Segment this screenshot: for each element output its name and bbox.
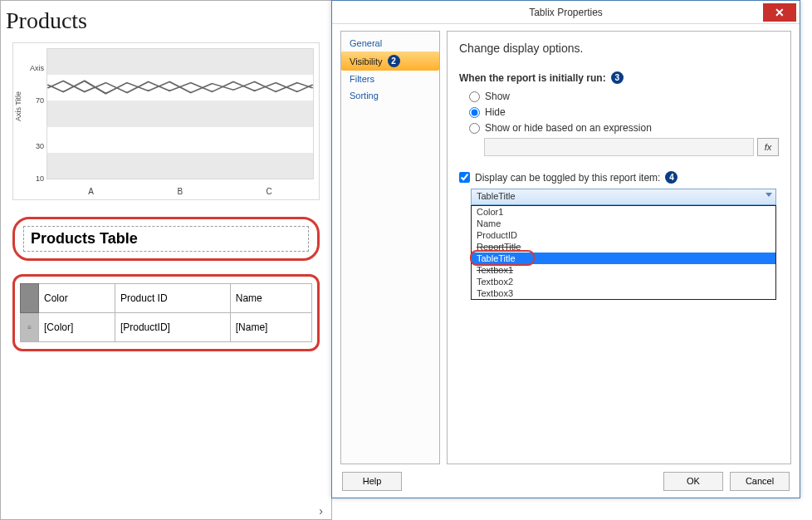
table-cell[interactable]: [Name] bbox=[230, 313, 311, 342]
column-header[interactable]: Color bbox=[39, 284, 115, 313]
nav-filters[interactable]: Filters bbox=[341, 71, 439, 87]
combo-value: TableTitle bbox=[477, 191, 516, 201]
combo-item[interactable]: Name bbox=[472, 218, 775, 229]
radio-label: Show bbox=[485, 91, 510, 102]
ok-button[interactable]: OK bbox=[663, 472, 723, 491]
x-tick: A bbox=[88, 187, 94, 196]
nav-sorting[interactable]: Sorting bbox=[341, 87, 439, 104]
dialog-nav: General Visibility 2 Filters Sorting bbox=[340, 31, 440, 464]
toggle-checkbox-row[interactable]: Display can be toggled by this report it… bbox=[459, 171, 779, 184]
y-tick: Axis bbox=[24, 64, 44, 72]
annotation-badge: 4 bbox=[665, 171, 677, 184]
radio-expression[interactable]: Show or hide based on an expression bbox=[469, 122, 779, 134]
nav-label: Visibility bbox=[350, 56, 383, 66]
toggle-checkbox[interactable] bbox=[459, 172, 470, 183]
nav-visibility[interactable]: Visibility 2 bbox=[341, 52, 439, 71]
content-heading: Change display options. bbox=[459, 42, 779, 55]
row-handle[interactable]: ≡ bbox=[21, 313, 39, 342]
tablix-highlight: Color Product ID Name ≡ [Color] [Product… bbox=[12, 274, 320, 351]
x-tick: B bbox=[177, 187, 183, 196]
toggle-item-combo[interactable]: TableTitle Color1 Name ProductID ReportT… bbox=[471, 189, 776, 300]
radio-input[interactable] bbox=[469, 107, 480, 118]
report-canvas: Products Axis Title 10 30 70 Axis bbox=[0, 0, 332, 520]
dialog-footer: Help OK Cancel bbox=[332, 464, 800, 498]
combo-item-selected[interactable]: TableTitle bbox=[472, 253, 775, 264]
combo-item[interactable]: Textbox2 bbox=[472, 276, 775, 287]
radio-label: Hide bbox=[485, 106, 506, 118]
page-title: Products bbox=[1, 1, 331, 37]
dialog-content: Change display options. When the report … bbox=[447, 31, 791, 464]
table-title-highlight: Products Table bbox=[12, 217, 320, 261]
annotation-badge: 3 bbox=[611, 71, 624, 84]
y-tick: 30 bbox=[24, 142, 44, 150]
radio-hide[interactable]: Hide bbox=[469, 106, 779, 118]
y-tick: 70 bbox=[24, 96, 44, 105]
chevron-down-icon bbox=[766, 193, 772, 197]
close-button[interactable]: ✕ bbox=[763, 3, 796, 22]
annotation-badge: 2 bbox=[388, 55, 400, 67]
close-icon: ✕ bbox=[775, 6, 785, 19]
combo-item[interactable]: ProductID bbox=[472, 229, 775, 241]
help-button[interactable]: Help bbox=[342, 472, 402, 491]
dialog-title: Tablix Properties bbox=[529, 7, 603, 18]
chart: Axis Title 10 30 70 Axis bbox=[12, 42, 320, 200]
combo-dropdown: Color1 Name ProductID ReportTitle TableT… bbox=[471, 205, 776, 300]
dialog-titlebar[interactable]: Tablix Properties ✕ bbox=[332, 1, 800, 24]
y-axis-title: Axis Title bbox=[14, 91, 22, 121]
combo-item[interactable]: Color1 bbox=[472, 206, 775, 218]
y-tick: 10 bbox=[24, 174, 44, 183]
combo-item[interactable]: ReportTitle bbox=[472, 241, 775, 253]
chart-plot: 10 30 70 Axis bbox=[46, 48, 314, 179]
chevron-right-icon[interactable]: › bbox=[319, 504, 323, 518]
radio-input[interactable] bbox=[469, 123, 480, 134]
cancel-button[interactable]: Cancel bbox=[730, 472, 790, 491]
nav-general[interactable]: General bbox=[341, 35, 439, 52]
combo-display[interactable]: TableTitle bbox=[471, 189, 776, 205]
table-cell[interactable]: [ProductID] bbox=[115, 313, 230, 342]
tablix-properties-dialog: Tablix Properties ✕ General Visibility 2… bbox=[331, 0, 800, 498]
table-cell[interactable]: [Color] bbox=[39, 313, 115, 342]
tablix-corner[interactable] bbox=[21, 284, 39, 313]
radio-show[interactable]: Show bbox=[469, 91, 779, 102]
radio-input[interactable] bbox=[469, 91, 480, 102]
combo-item[interactable]: Textbox1 bbox=[472, 264, 775, 276]
fx-button[interactable]: fx bbox=[757, 138, 779, 156]
combo-item[interactable]: Textbox3 bbox=[472, 287, 775, 299]
x-tick: C bbox=[267, 187, 272, 196]
table-title-textbox[interactable]: Products Table bbox=[23, 226, 309, 252]
radio-label: Show or hide based on an expression bbox=[485, 122, 652, 134]
column-header[interactable]: Product ID bbox=[115, 284, 230, 313]
toggle-label: Display can be toggled by this report it… bbox=[475, 172, 660, 184]
when-run-label: When the report is initially run: 3 bbox=[459, 71, 779, 84]
expression-input[interactable] bbox=[484, 138, 754, 156]
tablix[interactable]: Color Product ID Name ≡ [Color] [Product… bbox=[20, 283, 312, 342]
column-header[interactable]: Name bbox=[230, 284, 311, 313]
